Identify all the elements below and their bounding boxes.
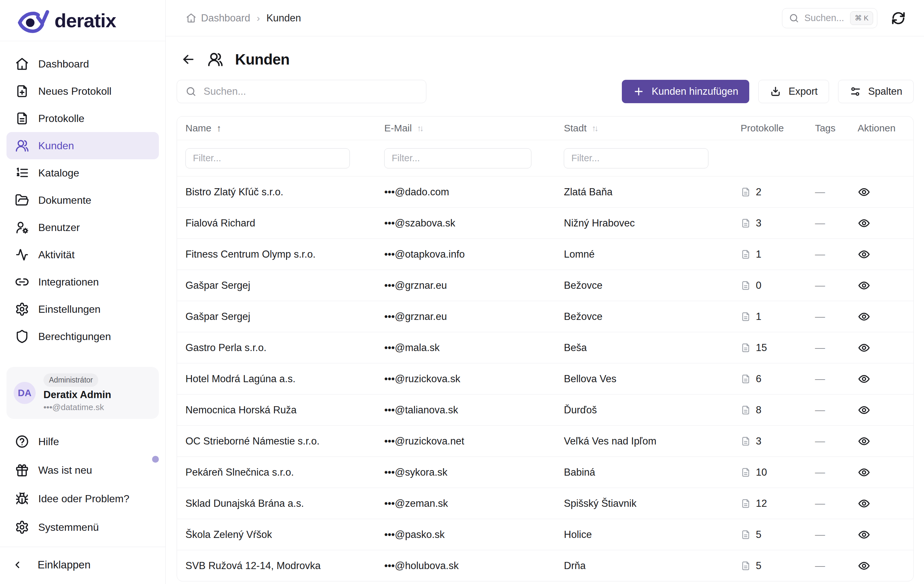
sidebar-item-berechtigungen[interactable]: Berechtigungen xyxy=(7,323,159,350)
cell-name: Bistro Zlatý Kľúč s.r.o. xyxy=(177,186,376,198)
view-customer-button[interactable] xyxy=(858,248,871,261)
protocols-count: 6 xyxy=(756,373,761,385)
sidebar-item-hilfe[interactable]: Hilfe xyxy=(7,427,159,456)
cell-tags: — xyxy=(807,280,850,291)
table-row[interactable]: Gašpar Sergej•••@grznar.euBežovce1— xyxy=(177,301,913,332)
view-customer-button[interactable] xyxy=(858,372,871,385)
back-button[interactable] xyxy=(181,52,195,66)
customer-name: Pekáreň Slnečnica s.r.o. xyxy=(185,467,294,478)
button-label: Export xyxy=(789,86,818,98)
gear-icon xyxy=(15,302,29,316)
table-row[interactable]: Hotel Modrá Lagúna a.s.•••@ruzickova.skB… xyxy=(177,363,913,394)
view-customer-button[interactable] xyxy=(858,559,871,572)
topbar-right: ⌘ K xyxy=(782,8,906,28)
view-customer-button[interactable] xyxy=(858,185,871,199)
cell-protocols: 0 xyxy=(732,280,806,291)
protocols-count: 3 xyxy=(756,435,761,447)
table-body: Bistro Zlatý Kľúč s.r.o.•••@dado.comZlat… xyxy=(177,176,913,581)
brand-logo[interactable]: deratix xyxy=(18,7,116,33)
customer-name: Škola Zelený Vŕšok xyxy=(185,529,272,541)
table-row[interactable]: Fitness Centrum Olymp s.r.o.•••@otapkova… xyxy=(177,238,913,270)
view-customer-button[interactable] xyxy=(858,404,871,417)
global-search-box[interactable]: ⌘ K xyxy=(782,8,877,28)
view-customer-button[interactable] xyxy=(858,310,871,323)
cell-protocols: 6 xyxy=(732,373,806,385)
filter-input-stadt[interactable] xyxy=(564,148,708,169)
filter-input-e-mail[interactable] xyxy=(384,148,531,169)
sidebar-item-integrationen[interactable]: Integrationen xyxy=(7,268,159,296)
cell-tags: — xyxy=(807,560,850,572)
cell-protocols: 1 xyxy=(732,248,806,260)
protocols-count: 10 xyxy=(756,467,767,478)
sidebar-item-systemmen[interactable]: Systemmenü xyxy=(7,513,159,541)
cell-name: Gašpar Sergej xyxy=(177,311,376,323)
cell-name: SVB Ružová 12-14, Modrovka xyxy=(177,560,376,572)
cell-tags: — xyxy=(807,217,850,229)
tags-value: — xyxy=(815,435,825,447)
table-search-input[interactable] xyxy=(204,86,417,98)
table-row[interactable]: Škola Zelený Vŕšok•••@pasko.skHolice5— xyxy=(177,519,913,550)
customer-email: •••@ruzickova.net xyxy=(384,435,464,447)
filter-cell-e-mail xyxy=(376,148,555,169)
sidebar-item-kataloge[interactable]: Kataloge xyxy=(7,159,159,187)
kunden-hinzuf-gen-button[interactable]: Kunden hinzufügen xyxy=(622,80,749,103)
sidebar-item-dashboard[interactable]: Dashboard xyxy=(7,50,159,78)
table-row[interactable]: OC Strieborné Námestie s.r.o.•••@ruzicko… xyxy=(177,425,913,457)
view-customer-button[interactable] xyxy=(858,497,871,510)
table-row[interactable]: Nemocnica Horská Ruža•••@talianova.skĎur… xyxy=(177,394,913,425)
table-row[interactable]: Pekáreň Slnečnica s.r.o.•••@sykora.skBab… xyxy=(177,457,913,488)
column-header-e-mail[interactable]: E-Mail↑↓ xyxy=(376,122,555,134)
customer-name: Gastro Perla s.r.o. xyxy=(185,342,267,354)
view-customer-button[interactable] xyxy=(858,341,871,354)
toolbar-actions: Kunden hinzufügenExportSpalten xyxy=(622,80,914,103)
breadcrumb-item-dashboard[interactable]: Dashboard xyxy=(186,12,250,24)
column-header-stadt[interactable]: Stadt↑↓ xyxy=(555,122,732,134)
cell-name: Fialová Richard xyxy=(177,217,376,229)
table-row[interactable]: Bistro Zlatý Kľúč s.r.o.•••@dado.comZlat… xyxy=(177,176,913,207)
sidebar-item-aktivit-t[interactable]: Aktivität xyxy=(7,241,159,268)
refresh-icon[interactable] xyxy=(891,11,906,26)
cell-tags: — xyxy=(807,498,850,510)
view-customer-button[interactable] xyxy=(858,528,871,541)
sidebar-item-protokolle[interactable]: Protokolle xyxy=(7,105,159,132)
sidebar-item-benutzer[interactable]: Benutzer xyxy=(7,214,159,241)
view-customer-button[interactable] xyxy=(858,466,871,479)
customer-name: Bistro Zlatý Kľúč s.r.o. xyxy=(185,186,283,198)
customer-city: Ďurďoš xyxy=(564,404,597,416)
global-search-input[interactable] xyxy=(804,13,845,23)
cell-email: •••@pasko.sk xyxy=(376,529,555,541)
sidebar-item-einstellungen[interactable]: Einstellungen xyxy=(7,296,159,323)
table-row[interactable]: Fialová Richard•••@szabova.skNižný Hrabo… xyxy=(177,207,913,238)
view-customer-button[interactable] xyxy=(858,217,871,230)
user-card[interactable]: DA Administrátor Deratix Admin •••@datat… xyxy=(7,367,159,419)
customer-email: •••@holubova.sk xyxy=(384,560,459,572)
sidebar-item-kunden[interactable]: Kunden xyxy=(7,132,159,159)
sidebar-item-label: Benutzer xyxy=(38,222,80,233)
collapse-sidebar-button[interactable]: Einklappen xyxy=(7,554,159,576)
view-customer-button[interactable] xyxy=(858,435,871,448)
cell-protocols: 5 xyxy=(732,560,806,572)
tags-value: — xyxy=(815,186,825,198)
filter-input-name[interactable] xyxy=(185,148,350,169)
cell-tags: — xyxy=(807,529,850,541)
sidebar-item-idee-oder-problem[interactable]: Idee oder Problem? xyxy=(7,485,159,513)
file-plus-icon xyxy=(15,84,29,98)
export-button[interactable]: Export xyxy=(758,80,829,103)
table-row[interactable]: Sklad Dunajská Brána a.s.•••@zeman.skSpi… xyxy=(177,488,913,519)
cell-city: Bežovce xyxy=(555,311,732,323)
cell-email: •••@dado.com xyxy=(376,186,555,198)
table-row[interactable]: Gašpar Sergej•••@grznar.euBežovce0— xyxy=(177,270,913,301)
table-search-box[interactable] xyxy=(177,80,426,103)
sidebar-item-label: Systemmenü xyxy=(38,521,99,533)
breadcrumb-item-kunden[interactable]: Kunden xyxy=(267,12,301,24)
cell-tags: — xyxy=(807,311,850,323)
sidebar-item-was-ist-neu[interactable]: Was ist neu xyxy=(7,456,159,485)
spalten-button[interactable]: Spalten xyxy=(838,80,914,103)
table-row[interactable]: Gastro Perla s.r.o.•••@mala.skBeša15— xyxy=(177,332,913,363)
column-header-name[interactable]: Name↑ xyxy=(177,122,376,134)
table-row[interactable]: SVB Ružová 12-14, Modrovka•••@holubova.s… xyxy=(177,550,913,581)
protocols-count: 1 xyxy=(756,311,761,323)
sidebar-item-dokumente[interactable]: Dokumente xyxy=(7,187,159,214)
view-customer-button[interactable] xyxy=(858,279,871,292)
sidebar-item-neues-protokoll[interactable]: Neues Protokoll xyxy=(7,78,159,105)
